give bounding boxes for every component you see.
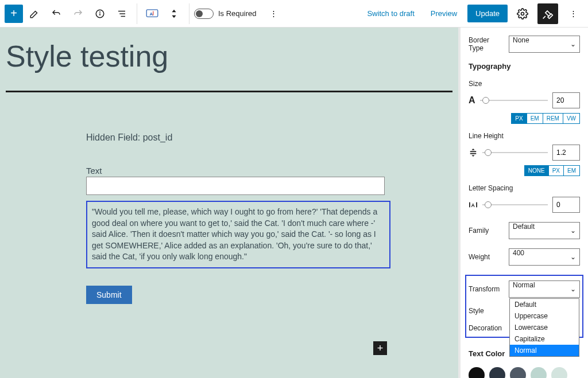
editor-canvas[interactable]: Style testing Hidden Field: post_id Text… <box>0 28 461 378</box>
transform-option-normal[interactable]: Normal <box>510 345 579 356</box>
unit-rem[interactable]: REM <box>543 113 563 124</box>
add-block-button[interactable]: + <box>5 5 23 23</box>
style-label: Style <box>469 307 504 315</box>
text-input[interactable] <box>86 177 385 195</box>
size-input[interactable] <box>552 92 580 108</box>
color-swatch-3[interactable] <box>510 367 526 378</box>
unit-none[interactable]: NONE <box>524 165 549 176</box>
transform-dropdown: Default Uppercase Lowercase Capitalize N… <box>509 298 579 357</box>
transform-select[interactable]: Normal ⌄ Default Uppercase Lowercase Cap… <box>509 280 580 298</box>
transform-option-default[interactable]: Default <box>510 299 579 310</box>
unit-vw[interactable]: VW <box>563 113 580 124</box>
svg-rect-15 <box>470 153 477 154</box>
family-label: Family <box>469 227 504 235</box>
weight-row: Weight 400 ⌄ <box>469 248 580 266</box>
toolbar-left: + A Is Required ⋮ <box>5 3 284 24</box>
line-height-icon <box>469 148 478 157</box>
outline-icon[interactable] <box>111 3 132 24</box>
line-height-input[interactable] <box>552 145 580 161</box>
move-icon[interactable] <box>164 3 184 24</box>
info-icon[interactable] <box>90 3 110 24</box>
separator <box>137 3 137 24</box>
transform-highlight: Transform Normal ⌄ Default Uppercase Low… <box>465 275 583 338</box>
add-block-fab[interactable]: + <box>373 341 387 355</box>
selected-text-block[interactable]: "Would you tell me, please, which way I … <box>86 201 390 268</box>
svg-text:A: A <box>471 202 475 208</box>
edit-icon[interactable] <box>24 3 45 24</box>
color-swatches <box>469 367 580 378</box>
svg-point-2 <box>100 11 100 12</box>
letter-spacing-label: Letter Spacing <box>469 184 580 192</box>
unit-em[interactable]: EM <box>527 113 543 124</box>
letter-spacing-icon: A <box>469 200 478 209</box>
transform-option-uppercase[interactable]: Uppercase <box>510 310 579 322</box>
letter-spacing-slider[interactable] <box>482 204 548 205</box>
decoration-label: Decoration <box>469 324 504 332</box>
block-options-icon[interactable]: ⋮ <box>263 3 284 24</box>
border-type-select[interactable]: None ⌄ <box>509 36 580 53</box>
letter-spacing-input[interactable] <box>552 197 580 213</box>
undo-button[interactable] <box>46 3 67 24</box>
update-button[interactable]: Update <box>467 5 508 22</box>
size-control: A <box>469 92 580 108</box>
svg-text:A: A <box>150 11 153 16</box>
switch-to-draft-button[interactable]: Switch to draft <box>361 6 420 21</box>
top-toolbar: + A Is Required ⋮ Switch to draft Previe… <box>0 0 588 28</box>
border-type-label: Border Type <box>469 36 504 52</box>
color-swatch-2[interactable] <box>489 367 505 378</box>
family-select[interactable]: Default ⌄ <box>509 222 580 239</box>
svg-marker-9 <box>172 9 176 12</box>
transform-label: Transform <box>469 285 504 293</box>
line-height-control <box>469 145 580 161</box>
redo-button[interactable] <box>68 3 88 24</box>
is-required-label: Is Required <box>218 9 256 18</box>
line-height-label: Line Height <box>469 132 580 140</box>
color-swatch-4[interactable] <box>531 367 547 378</box>
chevron-down-icon: ⌄ <box>570 285 576 293</box>
block-type-icon[interactable]: A <box>142 3 163 24</box>
svg-rect-16 <box>469 202 470 208</box>
toolbar-right: Switch to draft Preview Update ⋮ <box>361 3 583 24</box>
weight-label: Weight <box>469 253 504 261</box>
text-field-label: Text <box>86 166 396 176</box>
main-area: Style testing Hidden Field: post_id Text… <box>0 28 588 378</box>
unit-em[interactable]: EM <box>564 165 580 176</box>
letter-spacing-control: A <box>469 197 580 213</box>
border-type-row: Border Type None ⌄ <box>469 36 580 53</box>
svg-rect-17 <box>476 202 477 208</box>
svg-marker-10 <box>172 15 176 18</box>
hidden-field-label[interactable]: Hidden Field: post_id <box>86 133 396 143</box>
more-options-icon[interactable]: ⋮ <box>563 3 583 24</box>
transform-option-capitalize[interactable]: Capitalize <box>510 333 579 345</box>
page-title[interactable]: Style testing <box>0 28 458 91</box>
is-required-toggle[interactable]: Is Required <box>194 9 256 19</box>
chevron-down-icon: ⌄ <box>570 227 576 235</box>
unit-px[interactable]: PX <box>511 113 527 124</box>
transform-option-lowercase[interactable]: Lowercase <box>510 322 579 333</box>
family-row: Family Default ⌄ <box>469 222 580 239</box>
separator <box>189 3 189 24</box>
line-height-slider[interactable] <box>482 152 548 153</box>
font-size-icon: A <box>469 95 475 106</box>
size-slider[interactable] <box>480 100 548 101</box>
chevron-down-icon: ⌄ <box>570 253 576 261</box>
styles-icon[interactable] <box>537 3 558 24</box>
settings-icon[interactable] <box>512 3 533 24</box>
size-label: Size <box>469 80 580 88</box>
svg-point-11 <box>521 12 524 15</box>
color-swatch-5[interactable] <box>551 367 567 378</box>
line-height-unit-group: NONE PX EM <box>469 165 580 176</box>
preview-button[interactable]: Preview <box>425 6 463 21</box>
weight-select[interactable]: 400 ⌄ <box>509 248 580 266</box>
submit-button[interactable]: Submit <box>86 286 132 304</box>
settings-sidebar: Border Type None ⌄ Typography Size A PX … <box>461 28 588 378</box>
svg-marker-12 <box>471 149 474 150</box>
svg-marker-13 <box>471 155 474 157</box>
size-unit-group: PX EM REM VW <box>469 113 580 124</box>
svg-rect-14 <box>470 151 477 152</box>
form-block: Hidden Field: post_id Text "Would you te… <box>6 133 396 304</box>
typography-heading: Typography <box>469 62 580 71</box>
color-swatch-1[interactable] <box>469 367 485 378</box>
separator-block[interactable] <box>6 91 452 92</box>
unit-px[interactable]: PX <box>549 165 564 176</box>
